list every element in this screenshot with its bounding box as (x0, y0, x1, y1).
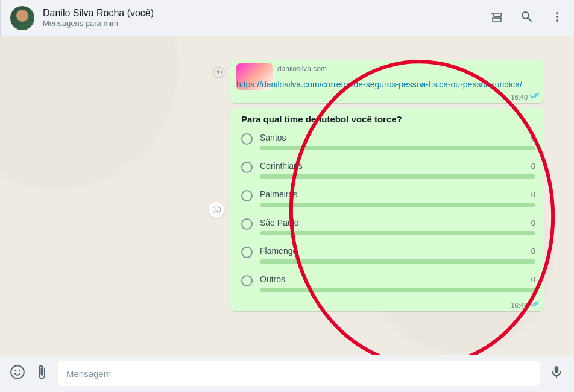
poll-option-label: Outros (260, 274, 285, 284)
search-icon[interactable] (520, 10, 534, 27)
poll-option-label: Santos (260, 133, 286, 142)
svg-point-4 (11, 365, 24, 379)
poll-option-label: São Paulo (260, 218, 299, 227)
message-time: 16:49 (511, 302, 528, 309)
svg-point-6 (19, 370, 20, 371)
poll-option[interactable]: Santos 0 (241, 133, 535, 150)
poll-bar (260, 203, 535, 207)
svg-point-1 (213, 206, 221, 213)
header-text-block[interactable]: Danilo Silva Rocha (você) Mensagens para… (43, 8, 490, 28)
radio-icon (241, 275, 253, 286)
poll-option-label: Flamengo (260, 246, 297, 256)
svg-point-5 (14, 370, 16, 371)
input-bar (0, 355, 574, 392)
radio-icon (241, 247, 253, 258)
message-poll: Para qual time de futebol você torce? Sa… (230, 108, 544, 311)
poll-bar (260, 174, 535, 179)
poll-bar (260, 288, 535, 292)
message-time: 16:40 (511, 93, 528, 101)
link-url[interactable]: https://danilosilva.com/corretor-de-segu… (236, 80, 522, 89)
poll-bar (260, 231, 535, 235)
poll-option-count: 0 (531, 190, 535, 199)
attach-icon[interactable] (34, 364, 49, 382)
read-checks-icon (529, 301, 539, 309)
avatar[interactable] (10, 6, 34, 30)
poll-option-label: Palmeiras (260, 189, 297, 199)
message-input[interactable] (58, 361, 540, 386)
poll-bar (260, 146, 535, 150)
chat-area: danilosilva.com https://danilosilva.com/… (0, 36, 574, 355)
radio-icon (241, 190, 253, 201)
poll-option-count: 0 (531, 133, 535, 142)
poll-option[interactable]: Flamengo 0 (241, 246, 535, 264)
link-domain: danilosilva.com (277, 65, 539, 73)
radio-icon (241, 162, 253, 173)
contact-name: Danilo Silva Rocha (você) (43, 8, 490, 19)
poll-option-count: 0 (531, 275, 535, 284)
store-icon[interactable] (490, 10, 504, 27)
poll-option-count: 0 (531, 162, 535, 171)
chat-header: Danilo Silva Rocha (você) Mensagens para… (0, 0, 574, 36)
radio-icon (241, 218, 253, 230)
emoji-icon[interactable] (10, 364, 25, 382)
menu-dots-icon[interactable] (550, 10, 564, 27)
poll-option[interactable]: Palmeiras 0 (241, 189, 535, 207)
svg-point-3 (217, 209, 218, 210)
radio-icon (241, 133, 253, 145)
poll-option-count: 0 (531, 218, 535, 227)
contact-subtitle: Mensagens para mim (43, 19, 490, 28)
mic-icon[interactable] (549, 364, 564, 382)
read-checks-icon (529, 93, 539, 101)
poll-question: Para qual time de futebol você torce? (241, 114, 535, 124)
poll-option-count: 0 (531, 247, 535, 256)
poll-option[interactable]: São Paulo 0 (241, 218, 535, 235)
message-link: danilosilva.com https://danilosilva.com/… (230, 60, 544, 103)
react-icon[interactable] (209, 202, 224, 218)
poll-option-label: Corinthians (260, 161, 303, 171)
expand-icon[interactable] (212, 66, 226, 81)
svg-point-2 (215, 209, 216, 210)
poll-option[interactable]: Corinthians 0 (241, 161, 535, 179)
poll-option[interactable]: Outros 0 (241, 274, 535, 292)
poll-bar (260, 259, 535, 264)
